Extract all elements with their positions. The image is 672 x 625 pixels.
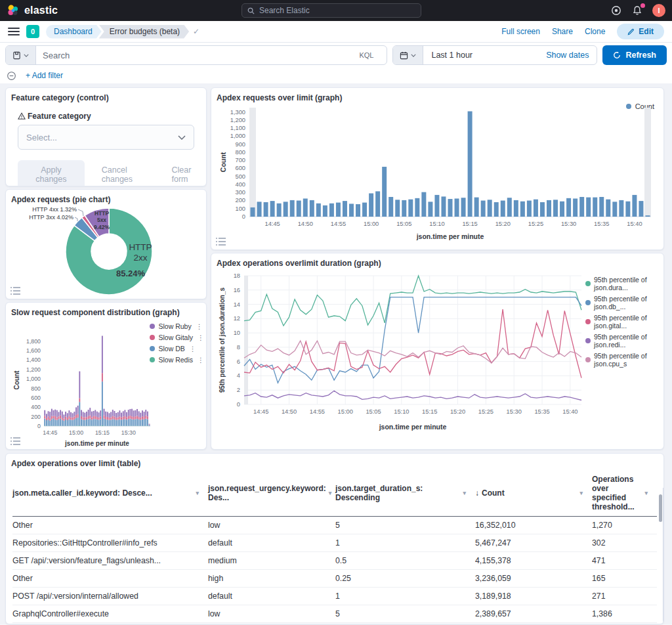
bar bbox=[612, 202, 617, 217]
table-cell: 3,236,059 bbox=[475, 570, 592, 587]
global-search-input[interactable]: Search Elastic bbox=[242, 3, 421, 18]
legend-menu-icon[interactable]: ⋮ bbox=[196, 323, 202, 330]
stacked-bar-segment bbox=[93, 416, 94, 419]
stacked-bar-segment bbox=[84, 420, 85, 426]
svg-text:15:15: 15:15 bbox=[462, 221, 477, 227]
bar bbox=[573, 198, 578, 217]
stacked-bar-segment bbox=[53, 418, 54, 425]
table-cell: 471 bbox=[592, 552, 657, 569]
stacked-bar-segment bbox=[64, 414, 65, 418]
table-scrollbar-thumb[interactable] bbox=[659, 494, 662, 522]
table-column-header[interactable]: Operations over specified threshold...▾ bbox=[592, 471, 657, 516]
stacked-bar-segment bbox=[138, 420, 140, 426]
stacked-bar-segment bbox=[77, 418, 79, 425]
svg-text:15:00: 15:00 bbox=[69, 429, 83, 436]
breadcrumb-dashboard[interactable]: Dashboard bbox=[46, 25, 102, 39]
calendar-icon bbox=[400, 51, 408, 60]
stacked-bar-segment bbox=[62, 418, 63, 420]
stacked-bar-segment bbox=[119, 410, 120, 416]
clear-form-button[interactable]: Clear form bbox=[172, 165, 207, 184]
legend-item[interactable]: 95th percentile of json.db_... bbox=[585, 295, 663, 311]
panel-options-icon[interactable] bbox=[10, 286, 22, 296]
table-column-header[interactable]: ↓ Count▾ bbox=[475, 471, 592, 516]
legend-item[interactable]: 95th percentile of json.redi... bbox=[585, 333, 663, 349]
bar bbox=[323, 205, 327, 217]
space-avatar[interactable]: 0 bbox=[26, 25, 39, 38]
stacked-bar-segment bbox=[133, 420, 135, 426]
legend-menu-icon[interactable]: ⋮ bbox=[198, 356, 203, 364]
table-cell: 771 bbox=[592, 623, 657, 624]
menu-icon[interactable] bbox=[8, 28, 20, 35]
add-filter-button[interactable]: + Add filter bbox=[26, 71, 63, 80]
legend-item[interactable]: Slow Ruby⋮ bbox=[150, 322, 203, 330]
refresh-button[interactable]: Refresh bbox=[602, 45, 667, 65]
filter-options-icon[interactable] bbox=[7, 71, 16, 81]
deployment-icon[interactable] bbox=[610, 5, 622, 16]
filter-bar: + Add filter bbox=[0, 68, 672, 83]
show-dates-button[interactable]: Show dates bbox=[538, 46, 597, 64]
share-button[interactable]: Share bbox=[552, 27, 573, 36]
stacked-bar-segment bbox=[51, 419, 52, 425]
stacked-bar-segment bbox=[49, 421, 51, 426]
svg-text:15:10: 15:10 bbox=[429, 221, 444, 227]
table-column-header[interactable]: json.target_duration_s: Descending▾ bbox=[335, 471, 475, 516]
legend-menu-icon[interactable]: ⋮ bbox=[198, 334, 203, 341]
stacked-bar-segment bbox=[121, 420, 122, 425]
clone-button[interactable]: Clone bbox=[585, 27, 605, 36]
legend-item[interactable]: Slow DB⋮ bbox=[150, 345, 203, 353]
stacked-bar-segment bbox=[74, 420, 75, 426]
legend-item[interactable]: 95th percentile of json.dura... bbox=[585, 276, 663, 291]
stacked-bar-segment bbox=[145, 416, 146, 419]
table-cell: 0.5 bbox=[335, 623, 475, 624]
user-avatar[interactable]: I bbox=[652, 4, 665, 17]
time-range-value[interactable]: Last 1 hour bbox=[423, 46, 480, 64]
table-column-header[interactable]: json.request_urgency.keyword: Des...▾ bbox=[208, 471, 335, 516]
table-row: GET /api/:version/feature_flags/unleash.… bbox=[12, 552, 657, 570]
bar bbox=[362, 203, 367, 217]
cancel-changes-button[interactable]: Cancel changes bbox=[102, 165, 155, 184]
legend-item[interactable]: Slow Redis⋮ bbox=[150, 356, 203, 364]
legend-label: Slow Gitaly bbox=[158, 334, 193, 341]
legend-item[interactable]: 95th percentile of json.gital... bbox=[585, 314, 663, 330]
stacked-bar-segment bbox=[58, 416, 60, 419]
table-cell: default bbox=[208, 588, 335, 605]
bar bbox=[619, 200, 623, 217]
bar bbox=[277, 204, 282, 217]
svg-text:500: 500 bbox=[235, 173, 245, 180]
stacked-bar-segment bbox=[131, 416, 133, 419]
bar bbox=[336, 203, 341, 217]
stacked-bar-segment bbox=[131, 409, 133, 416]
legend-menu-icon[interactable]: ⋮ bbox=[190, 345, 196, 353]
stacked-bar-segment bbox=[109, 420, 110, 426]
kql-selector[interactable]: KQL bbox=[352, 51, 380, 59]
news-bell-icon[interactable] bbox=[631, 5, 643, 16]
bar bbox=[402, 200, 406, 217]
full-screen-button[interactable]: Full screen bbox=[501, 27, 540, 36]
edit-button[interactable]: Edit bbox=[617, 24, 664, 39]
panel-options-icon[interactable] bbox=[215, 236, 227, 247]
stacked-bar-segment bbox=[46, 414, 47, 418]
panel-options-icon[interactable] bbox=[10, 436, 22, 446]
svg-text:6: 6 bbox=[237, 358, 240, 365]
table-column-header[interactable]: json.meta.caller_id.keyword: Desce...▾ bbox=[12, 471, 208, 516]
table-cell: 302 bbox=[592, 534, 657, 551]
feature-category-select[interactable]: Select... bbox=[18, 125, 194, 150]
table-cell: POST /api/:version/internal/allowed bbox=[12, 588, 208, 605]
legend-item[interactable]: Slow Gitaly⋮ bbox=[150, 334, 203, 341]
svg-text:1,600: 1,600 bbox=[26, 347, 41, 354]
elastic-logo[interactable]: elastic bbox=[7, 4, 58, 17]
panel-title: Apdex operations over limit (table) bbox=[6, 454, 663, 468]
search-input[interactable]: Search KQL bbox=[36, 46, 387, 64]
svg-text:800: 800 bbox=[31, 385, 41, 392]
stacked-bar-segment bbox=[67, 418, 68, 420]
svg-text:700: 700 bbox=[235, 157, 245, 163]
stacked-bar-segment bbox=[89, 408, 91, 415]
apply-changes-button[interactable]: Apply changes bbox=[18, 160, 85, 186]
date-picker-menu-button[interactable] bbox=[393, 46, 423, 64]
stacked-bar-segment bbox=[65, 417, 66, 420]
svg-text:200: 200 bbox=[235, 197, 245, 204]
stacked-bar-segment bbox=[96, 417, 98, 420]
refresh-icon bbox=[613, 51, 621, 59]
legend-item[interactable]: 95th percentile of json.cpu_s bbox=[585, 352, 663, 368]
saved-query-menu-button[interactable] bbox=[6, 46, 36, 64]
